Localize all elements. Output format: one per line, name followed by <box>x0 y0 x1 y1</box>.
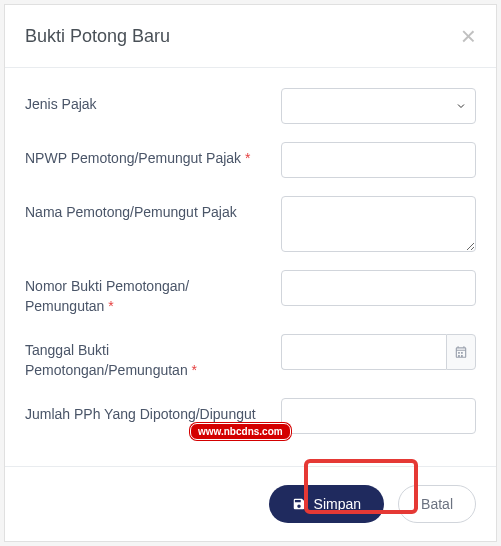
modal-dialog: Bukti Potong Baru × Jenis Pajak NPWP Pem… <box>4 4 497 542</box>
npwp-input[interactable] <box>281 142 476 178</box>
control-wrap <box>281 196 476 252</box>
nomor-bukti-input[interactable] <box>281 270 476 306</box>
label-jenis-pajak: Jenis Pajak <box>25 88 269 115</box>
modal-body: Jenis Pajak NPWP Pemotong/Pemungut Pajak… <box>5 68 496 466</box>
row-npwp: NPWP Pemotong/Pemungut Pajak * <box>25 142 476 178</box>
label-npwp: NPWP Pemotong/Pemungut Pajak * <box>25 142 269 169</box>
nama-textarea[interactable] <box>281 196 476 252</box>
required-mark: * <box>108 298 113 314</box>
save-icon <box>292 497 306 511</box>
control-wrap <box>281 142 476 178</box>
label-nomor-bukti: Nomor Bukti Pemotongan/ Pemungutan * <box>25 270 269 316</box>
label-tanggal-bukti: Tanggal Bukti Pemotongan/Pemungutan * <box>25 334 269 380</box>
tanggal-bukti-input[interactable] <box>281 334 446 370</box>
label-nama: Nama Pemotong/Pemungut Pajak <box>25 196 269 223</box>
jenis-pajak-select[interactable] <box>281 88 476 124</box>
close-icon: × <box>461 21 476 51</box>
row-nomor-bukti: Nomor Bukti Pemotongan/ Pemungutan * <box>25 270 476 316</box>
row-jenis-pajak: Jenis Pajak <box>25 88 476 124</box>
save-button-label: Simpan <box>314 496 361 512</box>
cancel-button[interactable]: Batal <box>398 485 476 523</box>
required-mark: * <box>245 150 250 166</box>
required-mark: * <box>192 362 197 378</box>
date-input-group <box>281 334 476 370</box>
close-button[interactable]: × <box>461 23 476 49</box>
control-wrap <box>281 334 476 370</box>
watermark-badge: www.nbcdns.com <box>190 423 291 440</box>
row-nama: Nama Pemotong/Pemungut Pajak <box>25 196 476 252</box>
modal-header: Bukti Potong Baru × <box>5 5 496 68</box>
modal-title: Bukti Potong Baru <box>25 26 170 47</box>
modal-footer: Simpan Batal <box>5 466 496 541</box>
row-tanggal-bukti: Tanggal Bukti Pemotongan/Pemungutan * <box>25 334 476 380</box>
control-wrap <box>281 270 476 306</box>
jumlah-pph-input[interactable] <box>281 398 476 434</box>
cancel-button-label: Batal <box>421 496 453 512</box>
control-wrap <box>281 88 476 124</box>
label-jumlah-pph: Jumlah PPh Yang Dipotong/Dipungut <box>25 398 269 425</box>
calendar-icon <box>454 345 468 359</box>
control-wrap <box>281 398 476 434</box>
save-button[interactable]: Simpan <box>269 485 384 523</box>
calendar-button[interactable] <box>446 334 476 370</box>
